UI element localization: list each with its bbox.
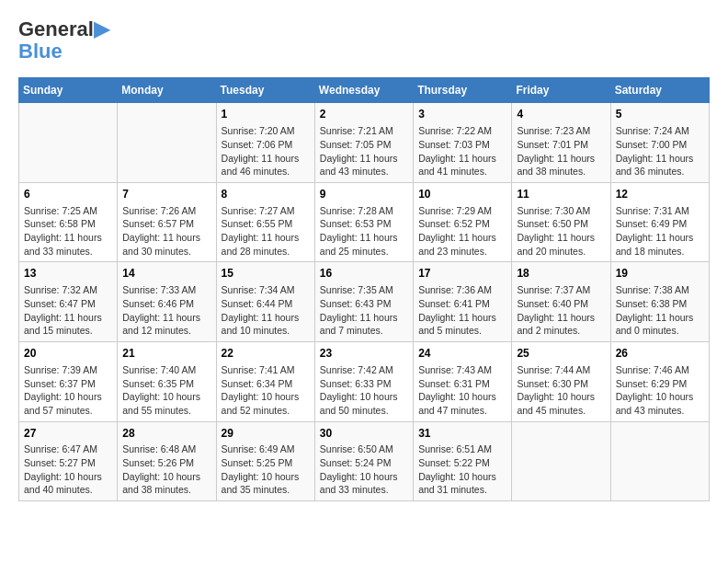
day-info: Sunrise: 7:30 AM Sunset: 6:50 PM Dayligh… <box>517 204 605 259</box>
calendar-cell: 7Sunrise: 7:26 AM Sunset: 6:57 PM Daylig… <box>118 182 216 262</box>
calendar-table: SundayMondayTuesdayWednesdayThursdayFrid… <box>18 77 710 501</box>
column-header-sunday: Sunday <box>19 78 118 103</box>
calendar-cell: 31Sunrise: 6:51 AM Sunset: 5:22 PM Dayli… <box>414 421 512 501</box>
calendar-cell <box>512 421 610 501</box>
day-number: 3 <box>418 107 506 122</box>
day-info: Sunrise: 7:24 AM Sunset: 7:00 PM Dayligh… <box>616 124 704 178</box>
day-number: 26 <box>616 346 704 362</box>
calendar-cell: 16Sunrise: 7:35 AM Sunset: 6:43 PM Dayli… <box>314 262 413 342</box>
week-row-3: 13Sunrise: 7:32 AM Sunset: 6:47 PM Dayli… <box>19 262 710 342</box>
logo: General▶ Blue <box>18 18 109 63</box>
calendar-cell: 25Sunrise: 7:44 AM Sunset: 6:30 PM Dayli… <box>512 342 610 422</box>
day-info: Sunrise: 7:29 AM Sunset: 6:52 PM Dayligh… <box>418 204 506 259</box>
calendar-cell <box>118 103 216 183</box>
day-number: 9 <box>320 187 408 202</box>
calendar-cell: 4Sunrise: 7:23 AM Sunset: 7:01 PM Daylig… <box>512 103 610 183</box>
calendar-cell: 9Sunrise: 7:28 AM Sunset: 6:53 PM Daylig… <box>314 182 413 262</box>
calendar-cell <box>610 421 709 501</box>
day-info: Sunrise: 7:21 AM Sunset: 7:05 PM Dayligh… <box>320 124 408 178</box>
column-header-monday: Monday <box>118 78 216 103</box>
week-row-5: 27Sunrise: 6:47 AM Sunset: 5:27 PM Dayli… <box>19 421 710 501</box>
day-number: 13 <box>24 266 112 282</box>
day-info: Sunrise: 7:38 AM Sunset: 6:38 PM Dayligh… <box>616 283 704 338</box>
day-number: 11 <box>517 187 605 202</box>
day-number: 17 <box>418 266 506 282</box>
calendar-cell: 21Sunrise: 7:40 AM Sunset: 6:35 PM Dayli… <box>118 342 216 422</box>
calendar-cell: 11Sunrise: 7:30 AM Sunset: 6:50 PM Dayli… <box>512 182 610 262</box>
day-info: Sunrise: 6:49 AM Sunset: 5:25 PM Dayligh… <box>222 442 310 497</box>
calendar-cell: 23Sunrise: 7:42 AM Sunset: 6:33 PM Dayli… <box>314 342 413 422</box>
day-info: Sunrise: 7:31 AM Sunset: 6:49 PM Dayligh… <box>616 204 704 259</box>
day-info: Sunrise: 7:46 AM Sunset: 6:29 PM Dayligh… <box>616 363 704 418</box>
day-number: 28 <box>122 426 210 442</box>
week-row-2: 6Sunrise: 7:25 AM Sunset: 6:58 PM Daylig… <box>19 182 710 262</box>
day-info: Sunrise: 7:42 AM Sunset: 6:33 PM Dayligh… <box>320 363 408 418</box>
day-info: Sunrise: 7:33 AM Sunset: 6:46 PM Dayligh… <box>122 283 210 338</box>
calendar-cell: 30Sunrise: 6:50 AM Sunset: 5:24 PM Dayli… <box>314 421 413 501</box>
day-number: 14 <box>122 266 210 282</box>
day-number: 15 <box>222 266 310 282</box>
calendar-cell: 24Sunrise: 7:43 AM Sunset: 6:31 PM Dayli… <box>414 342 512 422</box>
day-info: Sunrise: 6:51 AM Sunset: 5:22 PM Dayligh… <box>418 442 506 497</box>
day-number: 4 <box>517 107 605 122</box>
column-header-saturday: Saturday <box>610 78 709 103</box>
calendar-cell: 15Sunrise: 7:34 AM Sunset: 6:44 PM Dayli… <box>216 262 314 342</box>
day-info: Sunrise: 7:27 AM Sunset: 6:55 PM Dayligh… <box>222 204 310 259</box>
calendar-cell: 20Sunrise: 7:39 AM Sunset: 6:37 PM Dayli… <box>19 342 118 422</box>
logo-text-line2: Blue <box>18 40 109 63</box>
day-info: Sunrise: 7:34 AM Sunset: 6:44 PM Dayligh… <box>222 283 310 338</box>
calendar-cell: 3Sunrise: 7:22 AM Sunset: 7:03 PM Daylig… <box>414 103 512 183</box>
day-number: 5 <box>616 107 704 122</box>
column-header-friday: Friday <box>512 78 610 103</box>
day-info: Sunrise: 6:48 AM Sunset: 5:26 PM Dayligh… <box>122 442 210 497</box>
day-info: Sunrise: 7:32 AM Sunset: 6:47 PM Dayligh… <box>24 283 112 338</box>
day-info: Sunrise: 7:41 AM Sunset: 6:34 PM Dayligh… <box>222 363 310 418</box>
day-number: 31 <box>418 426 506 442</box>
day-info: Sunrise: 7:23 AM Sunset: 7:01 PM Dayligh… <box>517 124 605 178</box>
day-number: 23 <box>320 346 408 362</box>
day-number: 10 <box>418 187 506 202</box>
calendar-header-row: SundayMondayTuesdayWednesdayThursdayFrid… <box>19 78 710 103</box>
day-info: Sunrise: 7:43 AM Sunset: 6:31 PM Dayligh… <box>418 363 506 418</box>
day-info: Sunrise: 7:22 AM Sunset: 7:03 PM Dayligh… <box>418 124 506 178</box>
calendar-cell: 5Sunrise: 7:24 AM Sunset: 7:00 PM Daylig… <box>610 103 709 183</box>
calendar-cell <box>19 103 118 183</box>
day-number: 29 <box>222 426 310 442</box>
day-info: Sunrise: 7:39 AM Sunset: 6:37 PM Dayligh… <box>24 363 112 418</box>
day-number: 21 <box>122 346 210 362</box>
day-number: 18 <box>517 266 605 282</box>
column-header-thursday: Thursday <box>414 78 512 103</box>
day-info: Sunrise: 7:40 AM Sunset: 6:35 PM Dayligh… <box>122 363 210 418</box>
calendar-cell: 28Sunrise: 6:48 AM Sunset: 5:26 PM Dayli… <box>118 421 216 501</box>
day-number: 8 <box>222 187 310 202</box>
day-number: 30 <box>320 426 408 442</box>
week-row-1: 1Sunrise: 7:20 AM Sunset: 7:06 PM Daylig… <box>19 103 710 183</box>
day-number: 25 <box>517 346 605 362</box>
column-header-tuesday: Tuesday <box>216 78 314 103</box>
calendar-cell: 13Sunrise: 7:32 AM Sunset: 6:47 PM Dayli… <box>19 262 118 342</box>
calendar-cell: 19Sunrise: 7:38 AM Sunset: 6:38 PM Dayli… <box>610 262 709 342</box>
calendar-cell: 27Sunrise: 6:47 AM Sunset: 5:27 PM Dayli… <box>19 421 118 501</box>
day-info: Sunrise: 7:25 AM Sunset: 6:58 PM Dayligh… <box>24 204 112 259</box>
day-number: 24 <box>418 346 506 362</box>
calendar-cell: 17Sunrise: 7:36 AM Sunset: 6:41 PM Dayli… <box>414 262 512 342</box>
calendar-cell: 8Sunrise: 7:27 AM Sunset: 6:55 PM Daylig… <box>216 182 314 262</box>
logo-text-line1: General▶ <box>18 18 109 40</box>
calendar-cell: 18Sunrise: 7:37 AM Sunset: 6:40 PM Dayli… <box>512 262 610 342</box>
day-number: 16 <box>320 266 408 282</box>
week-row-4: 20Sunrise: 7:39 AM Sunset: 6:37 PM Dayli… <box>19 342 710 422</box>
day-info: Sunrise: 7:36 AM Sunset: 6:41 PM Dayligh… <box>418 283 506 338</box>
day-number: 20 <box>24 346 112 362</box>
day-number: 27 <box>24 426 112 442</box>
day-number: 12 <box>616 187 704 202</box>
day-info: Sunrise: 7:35 AM Sunset: 6:43 PM Dayligh… <box>320 283 408 338</box>
day-number: 7 <box>122 187 210 202</box>
calendar-cell: 22Sunrise: 7:41 AM Sunset: 6:34 PM Dayli… <box>216 342 314 422</box>
calendar-cell: 14Sunrise: 7:33 AM Sunset: 6:46 PM Dayli… <box>118 262 216 342</box>
day-info: Sunrise: 7:20 AM Sunset: 7:06 PM Dayligh… <box>222 124 310 178</box>
day-info: Sunrise: 6:47 AM Sunset: 5:27 PM Dayligh… <box>24 442 112 497</box>
page-header: General▶ Blue <box>18 18 710 63</box>
calendar-cell: 12Sunrise: 7:31 AM Sunset: 6:49 PM Dayli… <box>610 182 709 262</box>
day-number: 1 <box>222 107 310 122</box>
day-number: 19 <box>616 266 704 282</box>
